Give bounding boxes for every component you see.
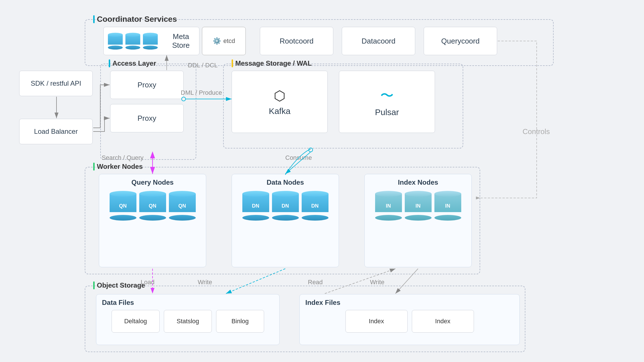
object-storage-title: Object Storage (93, 281, 145, 289)
kafka-box: ⬡ Kafka (232, 71, 328, 133)
deltalog-box: Deltalog (112, 310, 160, 333)
query-nodes-group: Query Nodes QN QN QN (99, 174, 206, 267)
consume-label: Consume (285, 154, 312, 161)
sdk-label: SDK / restful API (31, 79, 81, 87)
svg-point-4 (309, 148, 313, 152)
meta-store-box: Meta Store (103, 27, 199, 55)
data-files-group: Data Files Deltalog Statslog Binlog (96, 294, 280, 345)
proxy2-box: Proxy (110, 104, 184, 132)
read-label: Read (308, 279, 323, 286)
load-label: Load (141, 279, 155, 286)
statslog-box: Statslog (164, 310, 212, 333)
data-nodes-title: Data Nodes (267, 178, 304, 186)
index-files-group: Index Files Index Index (299, 294, 520, 345)
index1-box: Index (345, 310, 408, 333)
querycoord-box: Querycoord (424, 27, 497, 55)
ddl-dcl-label: DDL / DCL (188, 62, 218, 69)
rootcoord-box: Rootcoord (260, 27, 333, 55)
load-balancer-label: Load Balancer (34, 128, 78, 135)
index-nodes-title: Index Nodes (398, 178, 438, 186)
pulsar-box: 〜 Pulsar (339, 71, 435, 133)
load-balancer-box: Load Balancer (19, 119, 93, 144)
query-nodes-title: Query Nodes (131, 178, 173, 186)
datacoord-box: Datacoord (342, 27, 415, 55)
sdk-box: SDK / restful API (19, 71, 93, 96)
binlog-label: Binlog (231, 318, 249, 325)
dml-produce-label: DML / Produce (181, 89, 222, 96)
worker-nodes-title: Worker Nodes (93, 163, 143, 171)
index-nodes-group: Index Nodes IN IN IN (364, 174, 472, 267)
deltalog-label: Deltalog (124, 318, 147, 325)
etcd-box: ⚙️ etcd (202, 27, 246, 55)
pulsar-label: Pulsar (375, 107, 399, 117)
binlog-box: Binlog (216, 310, 264, 333)
meta-store-label: Meta Store (167, 32, 195, 50)
controls-label: Controls (523, 127, 550, 136)
index2-label: Index (435, 318, 451, 325)
data-nodes-group: Data Nodes DN DN DN (232, 174, 339, 267)
data-files-title: Data Files (102, 299, 274, 307)
write-data-label: Write (198, 279, 212, 286)
rootcoord-label: Rootcoord (280, 37, 314, 46)
index1-label: Index (369, 318, 384, 325)
statslog-label: Statslog (177, 318, 199, 325)
proxy2-label: Proxy (138, 114, 156, 123)
message-storage-title: Message Storage / WAL (232, 59, 312, 67)
querycoord-label: Querycoord (441, 37, 480, 46)
etcd-label: etcd (223, 37, 235, 45)
proxy1-box: Proxy (110, 71, 184, 99)
diagram-container: Coordinator Services Meta Store ⚙️ etcd … (0, 0, 644, 362)
index2-box: Index (412, 310, 474, 333)
search-query-label: Search / Query (102, 154, 143, 161)
kafka-label: Kafka (269, 106, 291, 116)
coordinator-title: Coordinator Services (93, 15, 177, 24)
write-index-label: Write (370, 279, 384, 286)
proxy1-label: Proxy (138, 81, 156, 89)
datacoord-label: Datacoord (362, 37, 395, 46)
access-layer-title: Access Layer (109, 59, 156, 67)
index-files-title: Index Files (305, 299, 514, 307)
